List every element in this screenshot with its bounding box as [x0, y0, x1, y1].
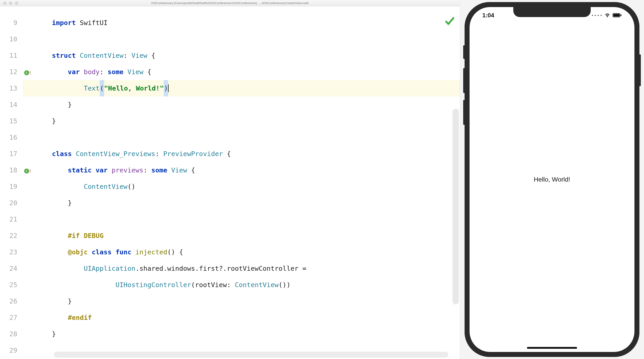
- override-gutter-icon[interactable]: I↑: [24, 69, 32, 76]
- home-indicator-icon[interactable]: [527, 347, 577, 349]
- editor-body[interactable]: 9101112131415161718192021222324252627282…: [0, 6, 460, 359]
- line-number-gutter[interactable]: 9101112131415161718192021222324252627282…: [0, 6, 23, 359]
- code-line[interactable]: ContentView(): [23, 178, 460, 195]
- line-number[interactable]: 21: [0, 211, 17, 228]
- notch-icon: [513, 7, 591, 17]
- minimize-icon[interactable]: [9, 1, 12, 5]
- hello-world-label: Hello, World!: [534, 176, 570, 183]
- line-number[interactable]: 15: [0, 113, 17, 129]
- line-number[interactable]: 9: [0, 14, 17, 31]
- code-line[interactable]: Text("Hello, World!")▏: [23, 80, 460, 96]
- code-line[interactable]: struct ContentView: View {: [23, 47, 460, 64]
- up-arrow-icon: ↑: [29, 167, 32, 174]
- line-number[interactable]: 16: [0, 129, 17, 146]
- code-line[interactable]: }: [23, 96, 460, 113]
- vertical-scrollbar[interactable]: [452, 109, 459, 304]
- impl-dot-icon: I: [24, 169, 29, 174]
- code-line[interactable]: [23, 211, 460, 228]
- battery-icon: [612, 13, 622, 17]
- code-line[interactable]: #if DEBUG: [23, 228, 460, 244]
- volume-down-icon: [463, 100, 465, 125]
- code-line[interactable]: [23, 129, 460, 146]
- line-number[interactable]: 19: [0, 178, 17, 195]
- code-line[interactable]: }: [23, 113, 460, 129]
- zoom-icon[interactable]: [15, 1, 18, 5]
- phone-screen[interactable]: 1:04 ● ● ● ● Hello, World!: [470, 7, 634, 352]
- power-button-icon: [639, 54, 641, 86]
- line-number[interactable]: 29: [0, 342, 17, 359]
- code-line[interactable]: UIHostingController(rootView: ContentVie…: [23, 277, 460, 293]
- line-number[interactable]: 26: [0, 293, 17, 309]
- up-arrow-icon: ↑: [29, 69, 32, 76]
- svg-rect-2: [620, 14, 622, 16]
- line-number[interactable]: 22: [0, 228, 17, 244]
- window-titlebar[interactable]: iOSConferences [/Users/jsmith/Swift/Swif…: [0, 0, 460, 6]
- line-number[interactable]: 25: [0, 277, 17, 293]
- line-number[interactable]: 20: [0, 195, 17, 211]
- window-title: iOSConferences [/Users/jsmith/Swift/Swif…: [0, 1, 460, 5]
- svg-rect-1: [613, 14, 620, 16]
- code-line[interactable]: }: [23, 326, 460, 342]
- line-number[interactable]: 27: [0, 309, 17, 326]
- code-line[interactable]: static var previews: some View {: [23, 162, 460, 178]
- simulator-pane: 1:04 ● ● ● ● Hello, World!: [460, 0, 644, 359]
- line-number[interactable]: 13: [0, 80, 17, 96]
- line-number[interactable]: 23: [0, 244, 17, 260]
- analysis-pass-icon[interactable]: [444, 15, 455, 27]
- phone-device-frame: 1:04 ● ● ● ● Hello, World!: [464, 2, 640, 357]
- horizontal-scrollbar[interactable]: [54, 352, 448, 358]
- code-line[interactable]: UIApplication.shared.windows.first?.root…: [23, 260, 460, 277]
- close-icon[interactable]: [3, 1, 6, 5]
- code-line[interactable]: @objc class func injected() {: [23, 244, 460, 260]
- code-line[interactable]: class ContentView_Previews: PreviewProvi…: [23, 146, 460, 162]
- cellular-icon: ● ● ● ●: [592, 14, 602, 17]
- status-time: 1:04: [482, 12, 494, 19]
- line-number[interactable]: 11: [0, 47, 17, 64]
- line-number[interactable]: 17: [0, 146, 17, 162]
- line-number[interactable]: 14: [0, 96, 17, 113]
- impl-dot-icon: I: [24, 70, 29, 75]
- line-number[interactable]: 12: [0, 64, 17, 80]
- code-line[interactable]: import SwiftUI: [23, 14, 460, 31]
- override-gutter-icon[interactable]: I↑: [24, 167, 32, 174]
- code-line[interactable]: var body: some View {: [23, 64, 460, 80]
- line-number[interactable]: 24: [0, 260, 17, 277]
- wifi-icon: [604, 13, 610, 17]
- line-number[interactable]: 10: [0, 31, 17, 47]
- mute-switch-icon: [463, 45, 465, 59]
- code-area[interactable]: import SwiftUIstruct ContentView: View {…: [23, 6, 460, 359]
- app-root-view: Hello, World!: [470, 7, 634, 352]
- code-line[interactable]: [23, 31, 460, 47]
- editor-pane: iOSConferences [/Users/jsmith/Swift/Swif…: [0, 0, 460, 359]
- volume-up-icon: [463, 68, 465, 93]
- line-number[interactable]: 28: [0, 326, 17, 342]
- code-line[interactable]: }: [23, 195, 460, 211]
- line-number[interactable]: 18: [0, 162, 17, 178]
- window-controls[interactable]: [3, 1, 18, 5]
- code-line[interactable]: #endif: [23, 309, 460, 326]
- code-line[interactable]: }: [23, 293, 460, 309]
